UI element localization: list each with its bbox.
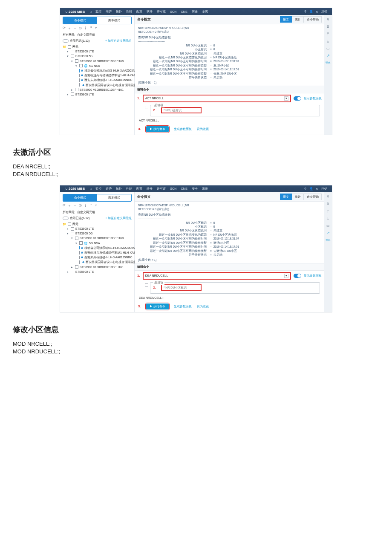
dropdown-icon[interactable]: ▾ [284, 274, 288, 278]
dropdown-icon[interactable]: ▾ [284, 96, 288, 101]
logout-icon[interactable]: ⎋ [315, 9, 319, 14]
favorite-link[interactable]: 设为收藏 [197, 304, 209, 309]
selected-summary[interactable]: 查看已选(1/12) [70, 39, 89, 42]
tree-site-3[interactable]: 西安未央枢纽楼-HLH-XAA0125NRC [84, 78, 132, 82]
nav-monitor[interactable]: 监控 [95, 9, 101, 14]
logout-label[interactable]: 注销 [321, 9, 327, 14]
logout-icon[interactable]: ⎋ [315, 187, 319, 191]
nav-topo[interactable]: 拓扑 [116, 187, 122, 191]
nav-monitor[interactable]: 监控 [95, 187, 101, 191]
nav-son[interactable]: SON [170, 10, 176, 13]
recent-icon[interactable]: ◷ [79, 26, 82, 31]
param-toggle[interactable] [294, 274, 301, 278]
nav-topo[interactable]: 拓扑 [116, 9, 122, 14]
rtab-message[interactable]: 报文 [280, 194, 292, 200]
clipboard-icon[interactable]: ▭ [326, 46, 330, 50]
popout-icon[interactable]: ↗ [327, 54, 330, 58]
show-param-panel[interactable]: 显示参数面板 [304, 274, 322, 278]
twisty-icon[interactable]: ▸ [66, 49, 69, 54]
export-icon[interactable]: ⭱ [326, 32, 330, 36]
expand-icon[interactable]: ＋ [68, 203, 71, 208]
popout-icon[interactable]: ↗ [327, 231, 330, 235]
tab-script-mode[interactable]: 脚本模式 [97, 194, 131, 201]
collapse-icon[interactable]: － [73, 26, 77, 31]
tree-site-1[interactable]: 移动省公司演示站5G-HLH-XAAZ005NRC [84, 68, 139, 73]
nav-system[interactable]: 系统 [202, 187, 208, 191]
nav-soft[interactable]: 软件 [147, 9, 153, 14]
command-input[interactable]: ACT NRCELL ▾ [143, 95, 291, 102]
required-checkbox[interactable] [145, 283, 148, 286]
download-icon[interactable]: ⭳ [326, 217, 330, 220]
nav-son[interactable]: SON [170, 187, 176, 190]
nav-maintain[interactable]: 维护 [106, 187, 112, 191]
rtab-stats[interactable]: 统计 [292, 194, 304, 200]
tree-root[interactable]: 网元 [72, 44, 78, 49]
doc-icon[interactable]: 🗎 [326, 25, 330, 29]
recent-icon[interactable]: ◷ [79, 203, 82, 208]
favorite-link[interactable]: 设为收藏 [197, 127, 209, 131]
filter-icon[interactable]: ▿ [95, 203, 97, 208]
tab-command-mode[interactable]: 命令模式 [63, 194, 97, 201]
tab-command-mode[interactable]: 命令模式 [63, 17, 97, 24]
doc-icon[interactable]: 🗎 [326, 202, 330, 206]
show-param-panel[interactable]: 显示参数面板 [304, 96, 322, 101]
selected-summary[interactable]: 查看已选(1/12) [70, 217, 89, 220]
src-all[interactable]: 所有网元 [63, 33, 75, 37]
run-button[interactable]: ▶ 执行命令 [146, 126, 169, 132]
nav-system[interactable]: 系统 [202, 9, 208, 14]
clipboard-icon[interactable]: ▭ [326, 224, 330, 228]
search-icon[interactable]: ⚲ [327, 17, 329, 21]
nav-cme[interactable]: CME [181, 10, 187, 13]
rtab-message[interactable]: 报文 [280, 16, 292, 23]
nr-cell-id-input[interactable] [161, 107, 202, 113]
collapse-icon[interactable]: － [73, 203, 77, 208]
add-to-group[interactable]: + 加至自定义网元组 [105, 216, 132, 220]
nav-maintain[interactable]: 维护 [106, 9, 112, 14]
tree-bts5900-spc160[interactable]: BTS5900 V100R015C10SPC160 [80, 59, 124, 64]
gen-param-link[interactable]: 生成参数面板 [174, 127, 192, 131]
expand-icon[interactable]: ＋ [68, 26, 71, 31]
add-to-group[interactable]: + 加至自定义网元组 [105, 39, 132, 43]
src-custom[interactable]: 自定义网元组 [77, 33, 95, 37]
rtab-help[interactable]: 命令帮助 [304, 16, 322, 23]
command-input[interactable]: DEA NRDUCELL ▾ [143, 272, 291, 280]
required-checkbox[interactable] [145, 106, 148, 109]
src-custom[interactable]: 自定义网元组 [77, 210, 95, 214]
nav-cme[interactable]: CME [181, 187, 187, 190]
export-icon[interactable]: ⭱ [89, 26, 93, 31]
download-icon[interactable]: ⭳ [326, 39, 330, 43]
search-icon[interactable]: ⚲ [303, 9, 307, 14]
nav-license[interactable]: 许可证 [157, 187, 166, 191]
nav-license[interactable]: 许可证 [157, 9, 166, 14]
gen-param-link[interactable]: 生成参数面板 [174, 304, 192, 309]
run-button[interactable]: ▶ 执行命令 [146, 304, 169, 309]
refresh-icon[interactable]: ⟳ [63, 203, 66, 208]
nav-soft[interactable]: 软件 [147, 187, 153, 191]
tree-bts3900-lte[interactable]: BTS3900 LTE [75, 49, 94, 54]
tab-script-mode[interactable]: 脚本模式 [97, 17, 131, 24]
tree-5g-nsa[interactable]: 5G NSA [89, 64, 100, 68]
rtab-help[interactable]: 命令帮助 [304, 194, 322, 200]
nav-config[interactable]: 配置 [136, 9, 142, 14]
checkbox-checked[interactable] [79, 69, 80, 72]
logout-label[interactable]: 注销 [321, 187, 327, 191]
export-icon[interactable]: ⭱ [89, 203, 93, 208]
user-icon[interactable]: 👤 [309, 9, 313, 14]
export-icon[interactable]: ⭱ [326, 209, 330, 213]
search-icon[interactable]: ⚲ [327, 195, 329, 199]
nav-perf[interactable]: 性能 [126, 9, 132, 14]
tree-bts3900-5g[interactable]: BTS3900 5G [75, 54, 92, 58]
nr-du-cell-id-input[interactable] [161, 284, 202, 291]
import-icon[interactable]: ⭳ [84, 26, 87, 31]
home-icon[interactable]: ⌂ [89, 187, 93, 191]
search-icon[interactable]: ⚲ [303, 187, 307, 191]
user-icon[interactable]: 👤 [309, 187, 313, 191]
tree-bts5900-lte[interactable]: BTS5900 LTE [75, 92, 94, 97]
nav-perf[interactable]: 性能 [126, 187, 132, 191]
src-all[interactable]: 所有网元 [63, 210, 75, 214]
nav-security[interactable]: 安全 [192, 187, 198, 191]
home-icon[interactable]: ⌂ [89, 9, 93, 14]
rtab-stats[interactable]: 统计 [292, 16, 304, 23]
nav-security[interactable]: 安全 [192, 9, 198, 14]
tree-bts5900-sph161[interactable]: BTS5900 V100R015C10SPH161 [80, 87, 124, 92]
